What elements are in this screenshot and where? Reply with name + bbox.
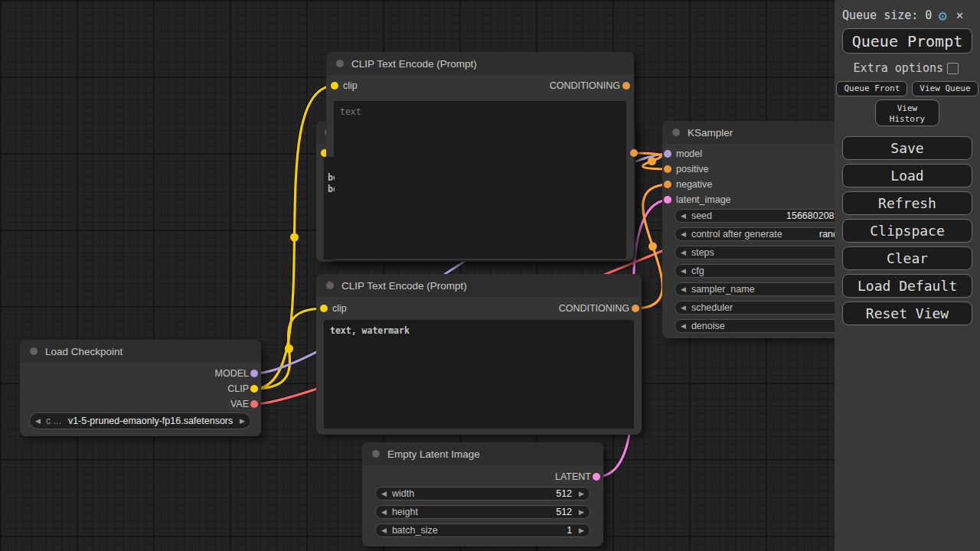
decrement-arrow[interactable]: ◀: [681, 249, 686, 256]
conditioning-output-label: CONDITIONING: [550, 80, 620, 91]
widget-label: sampler_name: [691, 284, 755, 295]
prompt-textarea[interactable]: [334, 101, 626, 259]
widget-label: height: [392, 507, 418, 517]
hidden-text-line: bo: [328, 184, 335, 195]
negative-input-label: negative: [676, 179, 712, 190]
widget-value: v1-5-pruned-emaonly-fp16.safetensors: [68, 416, 233, 426]
model-input-slot[interactable]: [664, 150, 671, 158]
extra-options-label: Extra options: [854, 61, 943, 75]
hidden-prompt-textarea-sliver[interactable]: be bo: [324, 157, 335, 259]
negative-input-slot[interactable]: [664, 181, 671, 188]
node-title: Load Checkpoint: [45, 346, 122, 357]
hidden-text-line: be: [328, 172, 335, 184]
increment-arrow[interactable]: ▶: [579, 508, 584, 516]
widget-label: width: [392, 488, 414, 499]
node-title: CLIP Text Encode (Prompt): [341, 280, 467, 292]
extra-options-checkbox[interactable]: [947, 63, 959, 74]
widget-label: cfg: [691, 266, 704, 276]
close-icon[interactable]: ✕: [956, 8, 964, 22]
node-header[interactable]: Empty Latent Image: [362, 442, 603, 465]
conditioning-output-slot[interactable]: [622, 82, 630, 90]
settings-gear-icon[interactable]: ⚙: [938, 9, 946, 21]
collapse-dot[interactable]: [672, 129, 680, 136]
node-clip-text-encode-negative[interactable]: CLIP Text Encode (Prompt) clip CONDITION…: [316, 274, 642, 435]
save-button[interactable]: Save: [842, 136, 972, 160]
load-button[interactable]: Load: [842, 164, 972, 187]
latent-output-slot[interactable]: [593, 473, 600, 481]
node-clip-text-encode-positive[interactable]: CLIP Text Encode (Prompt) clip CONDITION…: [326, 52, 634, 260]
clip-input-label: clip: [343, 80, 358, 91]
widget-label: steps: [691, 247, 714, 258]
widget-value: 1: [567, 525, 579, 536]
clip-output-slot[interactable]: [250, 385, 258, 393]
widget-label: control after generate: [691, 229, 782, 240]
widget-label: batch_size: [392, 525, 438, 536]
latent-image-input-label: latent_image: [676, 194, 731, 205]
decrement-arrow[interactable]: ◀: [35, 417, 41, 425]
model-output-label: MODEL: [215, 368, 249, 379]
queue-front-button[interactable]: Queue Front: [836, 81, 907, 96]
decrement-arrow[interactable]: ◀: [681, 267, 686, 275]
clear-button[interactable]: Clear: [842, 246, 972, 270]
height-widget[interactable]: ◀ height 512 ▶: [375, 505, 590, 519]
node-load-checkpoint[interactable]: Load Checkpoint MODEL CLIP VAE ◀ c ... v…: [20, 340, 261, 436]
widget-value: 512: [556, 488, 579, 499]
batch-size-widget[interactable]: ◀ batch_size 1 ▶: [375, 523, 590, 537]
clip-output-label: CLIP: [227, 383, 249, 394]
comfyui-canvas[interactable]: { "nodes": { "checkpoint": { "title": "L…: [0, 0, 980, 551]
clip-input-slot[interactable]: [331, 82, 338, 90]
model-output-slot[interactable]: [250, 370, 258, 377]
ckpt-name-widget[interactable]: ◀ c ... v1-5-pruned-emaonly-fp16.safeten…: [29, 412, 251, 429]
decrement-arrow[interactable]: ◀: [681, 230, 686, 238]
widget-label: c ...: [46, 416, 61, 426]
hidden-conditioning-output-slot[interactable]: [630, 149, 638, 157]
collapse-dot[interactable]: [372, 450, 380, 458]
widget-label: scheduler: [691, 302, 733, 313]
model-input-label: model: [676, 148, 702, 159]
node-empty-latent-image[interactable]: Empty Latent Image LATENT ◀ width 512 ▶ …: [362, 442, 603, 546]
queue-size-label: Queue size: 0: [842, 8, 932, 22]
clip-input-label: clip: [332, 303, 347, 314]
node-header[interactable]: Load Checkpoint: [20, 340, 261, 363]
node-title: Empty Latent Image: [387, 448, 480, 460]
widget-label: denoise: [691, 321, 725, 331]
decrement-arrow[interactable]: ◀: [381, 527, 387, 534]
node-header[interactable]: CLIP Text Encode (Prompt): [316, 274, 642, 297]
width-widget[interactable]: ◀ width 512 ▶: [375, 487, 590, 500]
decrement-arrow[interactable]: ◀: [681, 285, 686, 293]
widget-label: seed: [691, 210, 712, 221]
refresh-button[interactable]: Refresh: [842, 191, 972, 215]
node-title: KSampler: [688, 127, 733, 139]
positive-input-label: positive: [676, 164, 708, 174]
latent-output-label: LATENT: [555, 471, 591, 482]
queue-prompt-button[interactable]: Queue Prompt: [842, 28, 972, 54]
collapse-dot[interactable]: [30, 347, 38, 355]
vae-output-slot[interactable]: [250, 400, 258, 408]
conditioning-output-slot[interactable]: [632, 305, 639, 312]
view-history-button[interactable]: View History: [875, 99, 939, 126]
latent-image-input-slot[interactable]: [664, 196, 671, 204]
decrement-arrow[interactable]: ◀: [381, 508, 387, 516]
widget-value: 512: [556, 507, 579, 517]
clipspace-button[interactable]: Clipspace: [842, 219, 972, 243]
increment-arrow[interactable]: ▶: [240, 417, 245, 425]
load-default-button[interactable]: Load Default: [842, 274, 972, 298]
decrement-arrow[interactable]: ◀: [681, 322, 686, 330]
view-queue-button[interactable]: View Queue: [912, 81, 978, 96]
decrement-arrow[interactable]: ◀: [681, 212, 686, 220]
prompt-textarea[interactable]: text, watermark: [324, 320, 634, 429]
increment-arrow[interactable]: ▶: [579, 490, 584, 497]
comfy-menu-panel: Queue size: 0 ⚙ ✕ Queue Prompt Extra opt…: [835, 0, 980, 551]
node-header[interactable]: CLIP Text Encode (Prompt): [326, 52, 634, 75]
clip-input-slot[interactable]: [320, 305, 328, 312]
decrement-arrow[interactable]: ◀: [381, 490, 387, 497]
conditioning-output-label: CONDITIONING: [559, 303, 629, 314]
reset-view-button[interactable]: Reset View: [842, 302, 972, 325]
positive-input-slot[interactable]: [664, 165, 671, 173]
increment-arrow[interactable]: ▶: [579, 527, 584, 534]
vae-output-label: VAE: [230, 399, 249, 409]
collapse-dot[interactable]: [326, 282, 334, 289]
collapse-dot[interactable]: [336, 60, 344, 67]
widget-value: 1566802087: [786, 210, 840, 221]
decrement-arrow[interactable]: ◀: [681, 304, 686, 311]
